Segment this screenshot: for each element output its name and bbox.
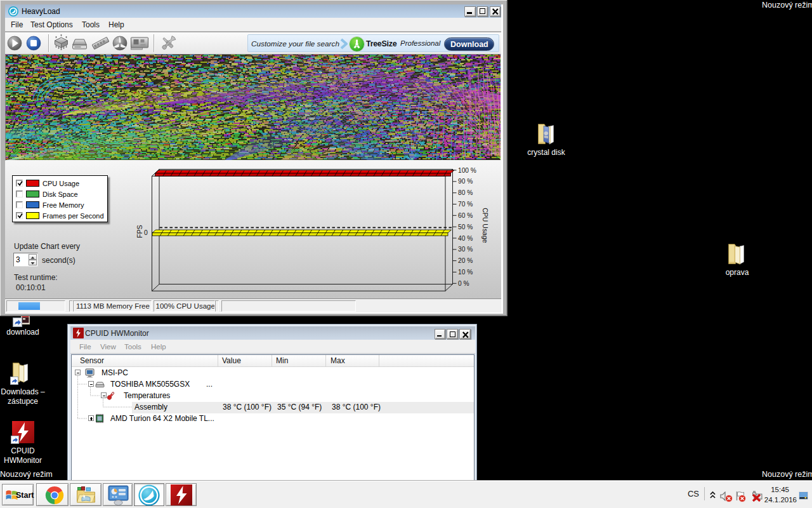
svg-text:10 %: 10 % bbox=[458, 269, 473, 276]
svg-text:CPU Usage: CPU Usage bbox=[481, 208, 489, 243]
svg-text:0: 0 bbox=[144, 229, 148, 236]
svg-text:0 %: 0 % bbox=[458, 280, 469, 287]
svg-text:50 %: 50 % bbox=[458, 224, 473, 231]
svg-text:60 %: 60 % bbox=[458, 212, 473, 219]
svg-text:30 %: 30 % bbox=[458, 246, 473, 253]
svg-text:40 %: 40 % bbox=[458, 235, 473, 242]
svg-text:90 %: 90 % bbox=[458, 178, 473, 185]
svg-text:20 %: 20 % bbox=[458, 257, 473, 264]
svg-text:100 %: 100 % bbox=[458, 167, 476, 174]
svg-text:80 %: 80 % bbox=[458, 189, 473, 196]
svg-text:FPS: FPS bbox=[136, 225, 143, 237]
svg-text:70 %: 70 % bbox=[458, 201, 473, 208]
